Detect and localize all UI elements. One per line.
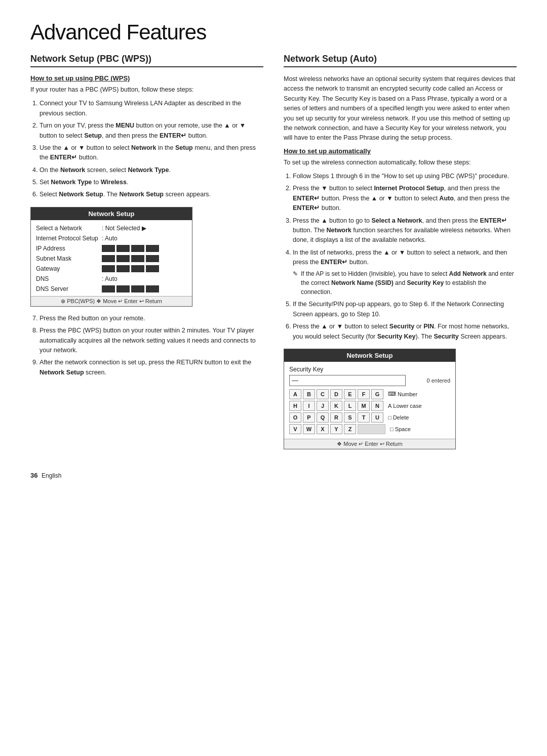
network-row-protocol-value: : Auto <box>102 235 187 242</box>
key-blank-1[interactable] <box>358 424 385 434</box>
space-icon: □ <box>390 426 394 432</box>
network-row-select-value: : Not Selected ▶ <box>102 225 187 232</box>
subnet-blocks <box>102 255 159 262</box>
network-row-protocol: Internet Protocol Setup : Auto <box>36 233 187 243</box>
pbc-step-3: Use the ▲ or ▼ button to select Network … <box>40 143 263 163</box>
key-O[interactable]: O <box>289 412 301 423</box>
pbc-subsection-title: How to set up using PBC (WPS) <box>30 74 263 82</box>
auto-steps-intro: To set up the wireless connection automa… <box>284 158 517 167</box>
auto-step-4: In the list of networks, press the ▲ or … <box>293 248 517 297</box>
page-number: 36 <box>30 472 37 479</box>
key-Z[interactable]: Z <box>344 424 356 434</box>
key-M[interactable]: M <box>358 401 370 411</box>
label-delete-text: Delete <box>393 414 409 421</box>
pbc-step-6: Select Network Setup. The Network Setup … <box>40 190 263 199</box>
left-column: Network Setup (PBC (WPS)) How to set up … <box>30 54 263 456</box>
network-row-ip-label: IP Address <box>36 245 102 252</box>
key-B[interactable]: B <box>303 389 315 399</box>
gateway-block-1 <box>102 265 115 272</box>
key-U[interactable]: U <box>371 412 383 423</box>
keyboard-row-1: A B C D E F G ⌨ Number <box>289 389 450 399</box>
auto-step-2: Press the ▼ button to select Internet Pr… <box>293 184 517 213</box>
auto-steps-list: Follow Steps 1 through 6 in the "How to … <box>284 172 517 342</box>
keyboard-row-4: V W X Y Z □ Space <box>289 424 450 434</box>
key-H[interactable]: H <box>289 401 301 411</box>
keyboard-row-3: O P Q R S T U □ Delete <box>289 412 450 423</box>
gateway-block-3 <box>131 265 144 272</box>
auto-step-3: Press the ▲ button to go to Select a Net… <box>293 216 517 245</box>
label-number: ⌨ Number <box>388 391 417 397</box>
security-key-label: Security Key <box>289 366 450 373</box>
network-setup-footer: ⊕ PBC(WPS) ❖ Move ↵ Enter ↩ Return <box>31 296 192 306</box>
page-number-container: 36 English <box>30 472 517 479</box>
key-L[interactable]: L <box>344 401 356 411</box>
key-D[interactable]: D <box>330 389 342 399</box>
pbc-step-5: Set Network Type to Wireless. <box>40 178 263 187</box>
key-R[interactable]: R <box>330 412 342 423</box>
key-A[interactable]: A <box>289 389 301 399</box>
pbc-step-8: Press the PBC (WPS) button on your route… <box>40 326 263 355</box>
network-row-select-label: Select a Network <box>36 225 102 232</box>
security-box-footer: ❖ Move ↵ Enter ↩ Return <box>284 439 455 449</box>
security-entered-count: 0 entered <box>427 377 450 384</box>
right-column: Network Setup (Auto) Most wireless netwo… <box>284 54 517 456</box>
ip-block-3 <box>131 245 144 252</box>
security-setup-box: Network Setup Security Key — 0 entered A… <box>284 349 456 449</box>
subnet-block-1 <box>102 255 115 262</box>
security-input-cursor: — <box>292 376 298 384</box>
pbc-step-7: Press the Red button on your remote. <box>40 314 263 323</box>
security-input-bar[interactable]: — <box>289 375 406 386</box>
pbc-intro: If your router has a PBC (WPS) button, f… <box>30 85 263 95</box>
key-J[interactable]: J <box>317 401 329 411</box>
network-row-select: Select a Network : Not Selected ▶ <box>36 223 187 233</box>
network-row-ip: IP Address <box>36 243 187 254</box>
left-section-title: Network Setup (PBC (WPS)) <box>30 54 263 67</box>
key-K[interactable]: K <box>330 401 342 411</box>
auto-subsection-title: How to set up automatically <box>284 147 517 155</box>
network-row-protocol-label: Internet Protocol Setup <box>36 235 102 242</box>
key-V[interactable]: V <box>289 424 301 434</box>
key-T[interactable]: T <box>358 412 370 423</box>
key-X[interactable]: X <box>317 424 329 434</box>
keyboard-icon: ⌨ <box>388 391 396 397</box>
auto-step-5: If the Security/PIN pop-up appears, go t… <box>293 300 517 319</box>
pbc-step-2: Turn on your TV, press the MENU button o… <box>40 121 263 141</box>
keyboard-grid: A B C D E F G ⌨ Number H <box>289 389 450 434</box>
dns-server-blocks <box>102 285 159 292</box>
label-number-text: Number <box>398 391 417 397</box>
label-lowercase-text: Lower case <box>393 403 421 409</box>
network-row-gateway-value <box>102 265 187 272</box>
pbc-steps-after-box: Press the Red button on your remote. Pre… <box>30 314 263 377</box>
network-row-dns-server: DNS Server <box>36 284 187 294</box>
key-Y[interactable]: Y <box>330 424 342 434</box>
key-P[interactable]: P <box>303 412 315 423</box>
dns-block-3 <box>131 285 144 292</box>
label-space: □ Space <box>390 426 411 432</box>
key-C[interactable]: C <box>317 389 329 399</box>
key-I[interactable]: I <box>303 401 315 411</box>
label-space-text: Space <box>395 426 411 432</box>
network-row-dns-server-value <box>102 285 187 292</box>
ip-block-4 <box>146 245 159 252</box>
key-F[interactable]: F <box>358 389 370 399</box>
network-setup-box-body: Select a Network : Not Selected ▶ Intern… <box>31 220 192 296</box>
key-Q[interactable]: Q <box>317 412 329 423</box>
key-W[interactable]: W <box>303 424 315 434</box>
pbc-steps-list: Connect your TV to Samsung Wireless LAN … <box>30 99 263 199</box>
gateway-blocks <box>102 265 159 272</box>
security-input-row: — 0 entered <box>289 375 450 386</box>
delete-icon: □ <box>388 414 392 421</box>
keyboard-row-2: H I J K L M N A Lower case <box>289 401 450 411</box>
key-G[interactable]: G <box>371 389 383 399</box>
network-row-dns-server-label: DNS Server <box>36 285 102 292</box>
page-title: Advanced Features <box>30 20 517 45</box>
security-box-body: Security Key — 0 entered A B C D E <box>284 362 455 439</box>
network-setup-box-title: Network Setup <box>31 207 192 220</box>
key-N[interactable]: N <box>371 401 383 411</box>
dns-block-4 <box>146 285 159 292</box>
auto-step-1: Follow Steps 1 through 6 in the "How to … <box>293 172 517 181</box>
key-E[interactable]: E <box>344 389 356 399</box>
pbc-step-9: After the network connection is set up, … <box>40 358 263 377</box>
pbc-step-4: On the Network screen, select Network Ty… <box>40 165 263 175</box>
key-S[interactable]: S <box>344 412 356 423</box>
